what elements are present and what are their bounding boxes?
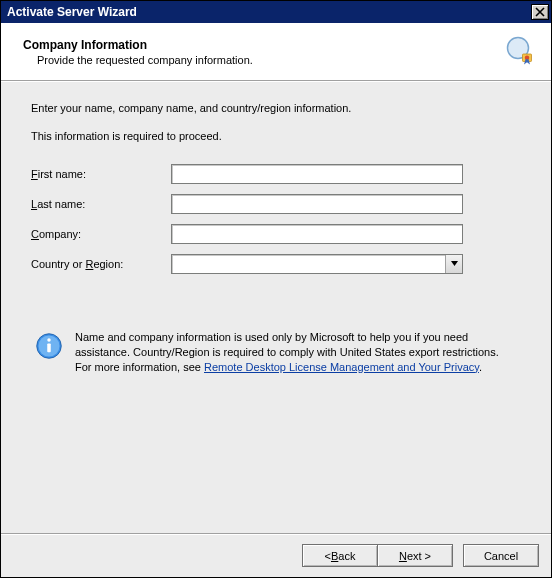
header-subtitle: Provide the requested company informatio…	[23, 54, 253, 66]
chevron-down-icon	[451, 261, 458, 267]
next-button[interactable]: Next >	[377, 544, 453, 567]
wizard-window: Activate Server Wizard Company Informati…	[0, 0, 552, 578]
svg-point-6	[47, 338, 51, 342]
title-bar: Activate Server Wizard	[1, 1, 551, 23]
country-select-button[interactable]	[445, 255, 462, 273]
info-block: Name and company information is used onl…	[31, 330, 521, 375]
company-label: Company:	[31, 228, 171, 240]
last-name-label: Last name:	[31, 198, 171, 210]
first-name-row: First name:	[31, 164, 521, 184]
cancel-button[interactable]: Cancel	[463, 544, 539, 567]
first-name-input[interactable]	[171, 164, 463, 184]
privacy-link[interactable]: Remote Desktop License Management and Yo…	[204, 361, 479, 373]
country-label: Country or Region:	[31, 258, 171, 270]
first-name-label: First name:	[31, 168, 171, 180]
svg-rect-5	[47, 343, 51, 352]
header-panel: Company Information Provide the requeste…	[1, 23, 551, 81]
back-button[interactable]: < Back	[302, 544, 378, 567]
last-name-row: Last name:	[31, 194, 521, 214]
header-text: Company Information Provide the requeste…	[23, 38, 253, 66]
close-icon	[535, 7, 545, 17]
certificate-icon	[503, 33, 539, 71]
window-title: Activate Server Wizard	[7, 5, 137, 19]
required-text: This information is required to proceed.	[31, 130, 521, 142]
content-area: Enter your name, company name, and count…	[1, 81, 551, 533]
close-button[interactable]	[531, 4, 549, 20]
company-input[interactable]	[171, 224, 463, 244]
company-row: Company:	[31, 224, 521, 244]
intro-text: Enter your name, company name, and count…	[31, 102, 521, 114]
country-select[interactable]	[171, 254, 463, 274]
button-row: < Back Next > Cancel	[1, 533, 551, 577]
header-title: Company Information	[23, 38, 253, 52]
last-name-input[interactable]	[171, 194, 463, 214]
info-icon	[35, 330, 63, 375]
country-row: Country or Region:	[31, 254, 521, 274]
info-text: Name and company information is used onl…	[75, 330, 517, 375]
